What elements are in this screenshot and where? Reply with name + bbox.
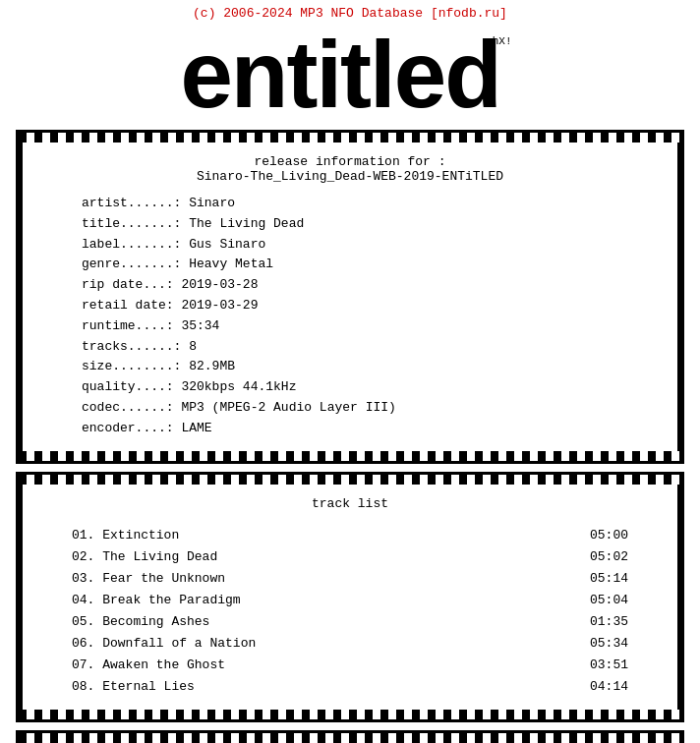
release-info-title: release information for : Sinaro-The_Liv… bbox=[62, 154, 638, 184]
release-field: encoder....: LAME bbox=[82, 419, 638, 439]
track-name: 02. The Living Dead bbox=[72, 546, 217, 568]
tracklist-title: track list bbox=[62, 496, 638, 511]
track-name: 05. Becoming Ashes bbox=[72, 611, 209, 633]
track-duration: 04:14 bbox=[590, 676, 628, 698]
track-name: 01. Extinction bbox=[72, 525, 179, 546]
track-item: 06. Downfall of a Nation05:34 bbox=[62, 633, 638, 655]
release-field: title.......: The Living Dead bbox=[82, 214, 638, 235]
track-duration: 05:34 bbox=[590, 633, 628, 655]
release-fields: artist......: Sinarotitle.......: The Li… bbox=[82, 194, 638, 439]
logo-area: entitledhX! bbox=[0, 23, 700, 122]
copyright-text: (c) 2006-2024 MP3 NFO Database [nfodb.ru… bbox=[0, 0, 700, 23]
greetings-panel: greetings Shout out to all of those who … bbox=[16, 730, 684, 743]
tracklist-panel: track list 01. Extinction05:0002. The Li… bbox=[16, 472, 684, 723]
track-duration: 01:35 bbox=[590, 611, 628, 633]
tracklist-body: track list 01. Extinction05:0002. The Li… bbox=[19, 485, 681, 711]
hx-badge: hX! bbox=[493, 35, 512, 47]
track-item: 02. The Living Dead05:02 bbox=[62, 546, 638, 568]
track-name: 07. Awaken the Ghost bbox=[72, 655, 225, 676]
track-item: 08. Eternal Lies04:14 bbox=[62, 676, 638, 698]
release-field: tracks......: 8 bbox=[82, 337, 638, 358]
track-item: 03. Fear the Unknown05:14 bbox=[62, 568, 638, 590]
release-field: artist......: Sinaro bbox=[82, 194, 638, 214]
release-field: runtime....: 35:34 bbox=[82, 316, 638, 337]
track-duration: 05:00 bbox=[590, 525, 628, 546]
track-name: 04. Break the Paradigm bbox=[72, 590, 241, 611]
track-item: 05. Becoming Ashes01:35 bbox=[62, 611, 638, 633]
track-name: 03. Fear the Unknown bbox=[72, 568, 225, 590]
release-field: quality....: 320kbps 44.1kHz bbox=[82, 377, 638, 398]
release-field: genre.......: Heavy Metal bbox=[82, 255, 638, 275]
release-info-body: release information for : Sinaro-The_Liv… bbox=[19, 143, 681, 451]
track-duration: 05:14 bbox=[590, 568, 628, 590]
track-duration: 05:04 bbox=[590, 590, 628, 611]
track-name: 06. Downfall of a Nation bbox=[72, 633, 256, 655]
release-field: retail date: 2019-03-29 bbox=[82, 296, 638, 316]
release-field: codec......: MP3 (MPEG-2 Audio Layer III… bbox=[82, 398, 638, 419]
track-item: 04. Break the Paradigm05:04 bbox=[62, 590, 638, 611]
track-item: 01. Extinction05:00 bbox=[62, 525, 638, 546]
track-duration: 03:51 bbox=[590, 655, 628, 676]
tracklist-container: 01. Extinction05:0002. The Living Dead05… bbox=[62, 525, 638, 699]
release-field: label.......: Gus Sinaro bbox=[82, 235, 638, 256]
release-field: size........: 82.9MB bbox=[82, 357, 638, 377]
track-duration: 05:02 bbox=[590, 546, 628, 568]
logo-text: entitled bbox=[180, 28, 499, 122]
release-info-panel: release information for : Sinaro-The_Liv… bbox=[16, 130, 684, 464]
track-item: 07. Awaken the Ghost03:51 bbox=[62, 655, 638, 676]
release-field: rip date...: 2019-03-28 bbox=[82, 275, 638, 296]
track-name: 08. Eternal Lies bbox=[72, 676, 195, 698]
